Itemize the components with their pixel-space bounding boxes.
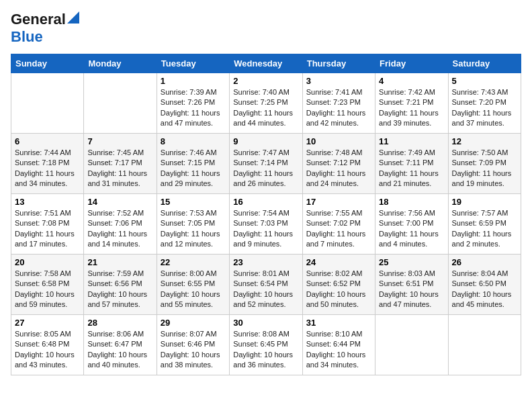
day-number: 28 xyxy=(87,318,152,328)
sunrise: Sunrise: 8:04 AM xyxy=(452,269,508,277)
weekday-header-wednesday: Wednesday xyxy=(230,54,302,73)
day-number: 5 xyxy=(452,76,517,86)
sunset: Sunset: 6:54 PM xyxy=(233,279,287,287)
calendar-cell: 19 Sunrise: 7:57 AM Sunset: 6:59 PM Dayl… xyxy=(448,194,521,255)
sunset: Sunset: 7:21 PM xyxy=(379,98,433,106)
daylight: Daylight: 11 hours and 39 minutes. xyxy=(379,109,439,127)
calendar-cell: 8 Sunrise: 7:46 AM Sunset: 7:15 PM Dayli… xyxy=(157,134,229,194)
daylight: Daylight: 10 hours and 43 minutes. xyxy=(15,351,75,369)
calendar-table: SundayMondayTuesdayWednesdayThursdayFrid… xyxy=(11,54,521,375)
day-number: 12 xyxy=(452,136,517,146)
sunrise: Sunrise: 8:05 AM xyxy=(15,330,71,338)
calendar-cell: 30 Sunrise: 8:08 AM Sunset: 6:45 PM Dayl… xyxy=(230,315,302,375)
day-detail: Sunrise: 7:48 AM Sunset: 7:12 PM Dayligh… xyxy=(306,148,371,189)
calendar-cell: 7 Sunrise: 7:45 AM Sunset: 7:17 PM Dayli… xyxy=(84,134,157,194)
daylight: Daylight: 10 hours and 59 minutes. xyxy=(15,290,75,308)
day-detail: Sunrise: 8:06 AM Sunset: 6:47 PM Dayligh… xyxy=(87,329,152,371)
sunrise: Sunrise: 7:55 AM xyxy=(306,209,363,217)
sunset: Sunset: 7:25 PM xyxy=(233,98,287,106)
day-number: 30 xyxy=(233,318,298,328)
day-number: 1 xyxy=(161,76,226,86)
calendar-cell: 12 Sunrise: 7:50 AM Sunset: 7:09 PM Dayl… xyxy=(448,134,521,194)
day-number: 3 xyxy=(306,76,371,86)
day-detail: Sunrise: 7:39 AM Sunset: 7:26 PM Dayligh… xyxy=(161,87,226,129)
calendar-cell xyxy=(84,73,157,134)
sunrise: Sunrise: 7:58 AM xyxy=(15,269,71,277)
sunset: Sunset: 6:55 PM xyxy=(161,279,215,287)
sunrise: Sunrise: 8:00 AM xyxy=(161,269,217,277)
day-number: 27 xyxy=(15,318,80,328)
day-detail: Sunrise: 7:50 AM Sunset: 7:09 PM Dayligh… xyxy=(452,148,517,189)
day-detail: Sunrise: 8:08 AM Sunset: 6:45 PM Dayligh… xyxy=(233,329,298,371)
daylight: Daylight: 10 hours and 50 minutes. xyxy=(306,290,366,308)
day-number: 21 xyxy=(87,257,152,267)
sunset: Sunset: 7:02 PM xyxy=(306,219,361,227)
daylight: Daylight: 10 hours and 55 minutes. xyxy=(161,290,220,308)
weekday-header-friday: Friday xyxy=(375,54,448,73)
calendar-cell: 25 Sunrise: 8:03 AM Sunset: 6:51 PM Dayl… xyxy=(375,255,448,315)
weekday-header-thursday: Thursday xyxy=(302,54,375,73)
weekday-header-monday: Monday xyxy=(84,54,157,73)
day-number: 22 xyxy=(161,257,226,267)
daylight: Daylight: 11 hours and 34 minutes. xyxy=(15,169,75,187)
sunrise: Sunrise: 7:57 AM xyxy=(452,209,508,217)
daylight: Daylight: 11 hours and 31 minutes. xyxy=(87,169,147,187)
weekday-header-tuesday: Tuesday xyxy=(157,54,229,73)
sunrise: Sunrise: 7:46 AM xyxy=(161,148,217,156)
sunset: Sunset: 6:52 PM xyxy=(306,279,361,287)
sunset: Sunset: 7:18 PM xyxy=(15,158,69,167)
daylight: Daylight: 10 hours and 38 minutes. xyxy=(161,351,220,369)
sunset: Sunset: 7:17 PM xyxy=(87,158,142,167)
sunrise: Sunrise: 8:06 AM xyxy=(87,330,144,338)
sunset: Sunset: 6:58 PM xyxy=(15,279,69,287)
calendar-cell: 4 Sunrise: 7:42 AM Sunset: 7:21 PM Dayli… xyxy=(375,73,448,134)
day-detail: Sunrise: 7:59 AM Sunset: 6:56 PM Dayligh… xyxy=(87,269,152,310)
daylight: Daylight: 11 hours and 44 minutes. xyxy=(233,109,293,127)
calendar-cell: 27 Sunrise: 8:05 AM Sunset: 6:48 PM Dayl… xyxy=(11,315,84,375)
sunrise: Sunrise: 8:08 AM xyxy=(233,330,290,338)
sunrise: Sunrise: 7:52 AM xyxy=(87,209,144,217)
sunset: Sunset: 7:15 PM xyxy=(161,158,215,167)
weekday-header-sunday: Sunday xyxy=(11,54,84,73)
sunset: Sunset: 7:12 PM xyxy=(306,158,361,167)
day-detail: Sunrise: 8:00 AM Sunset: 6:55 PM Dayligh… xyxy=(161,269,226,310)
day-detail: Sunrise: 7:51 AM Sunset: 7:08 PM Dayligh… xyxy=(15,208,80,250)
calendar-cell: 26 Sunrise: 8:04 AM Sunset: 6:50 PM Dayl… xyxy=(448,255,521,315)
daylight: Daylight: 11 hours and 47 minutes. xyxy=(161,109,220,127)
sunset: Sunset: 6:51 PM xyxy=(379,279,433,287)
sunset: Sunset: 6:45 PM xyxy=(233,340,287,348)
daylight: Daylight: 11 hours and 29 minutes. xyxy=(161,169,220,187)
daylight: Daylight: 11 hours and 21 minutes. xyxy=(379,169,439,187)
day-number: 15 xyxy=(161,197,226,207)
sunrise: Sunrise: 7:42 AM xyxy=(379,88,435,96)
day-detail: Sunrise: 8:05 AM Sunset: 6:48 PM Dayligh… xyxy=(15,329,80,371)
daylight: Daylight: 10 hours and 47 minutes. xyxy=(379,290,439,308)
sunset: Sunset: 7:09 PM xyxy=(452,158,506,167)
calendar-cell: 6 Sunrise: 7:44 AM Sunset: 7:18 PM Dayli… xyxy=(11,134,84,194)
calendar-cell: 5 Sunrise: 7:43 AM Sunset: 7:20 PM Dayli… xyxy=(448,73,521,134)
day-detail: Sunrise: 8:04 AM Sunset: 6:50 PM Dayligh… xyxy=(452,269,517,310)
daylight: Daylight: 10 hours and 45 minutes. xyxy=(452,290,512,308)
sunrise: Sunrise: 7:44 AM xyxy=(15,148,71,156)
calendar-cell xyxy=(11,73,84,134)
sunrise: Sunrise: 7:59 AM xyxy=(87,269,144,277)
day-detail: Sunrise: 8:03 AM Sunset: 6:51 PM Dayligh… xyxy=(379,269,444,310)
sunset: Sunset: 6:47 PM xyxy=(87,340,142,348)
logo-triangle-icon xyxy=(67,11,79,26)
sunset: Sunset: 7:14 PM xyxy=(233,158,287,167)
sunrise: Sunrise: 8:03 AM xyxy=(379,269,435,277)
calendar-cell: 15 Sunrise: 7:53 AM Sunset: 7:05 PM Dayl… xyxy=(157,194,229,255)
sunrise: Sunrise: 7:48 AM xyxy=(306,148,363,156)
calendar-cell: 3 Sunrise: 7:41 AM Sunset: 7:23 PM Dayli… xyxy=(302,73,375,134)
sunrise: Sunrise: 7:47 AM xyxy=(233,148,290,156)
calendar-cell: 29 Sunrise: 8:07 AM Sunset: 6:46 PM Dayl… xyxy=(157,315,229,375)
day-detail: Sunrise: 7:40 AM Sunset: 7:25 PM Dayligh… xyxy=(233,87,298,129)
sunrise: Sunrise: 7:49 AM xyxy=(379,148,435,156)
daylight: Daylight: 11 hours and 17 minutes. xyxy=(15,230,75,248)
daylight: Daylight: 10 hours and 34 minutes. xyxy=(306,351,366,369)
day-detail: Sunrise: 7:55 AM Sunset: 7:02 PM Dayligh… xyxy=(306,208,371,250)
daylight: Daylight: 11 hours and 2 minutes. xyxy=(452,230,512,248)
sunset: Sunset: 7:23 PM xyxy=(306,98,361,106)
sunset: Sunset: 7:26 PM xyxy=(161,98,215,106)
day-detail: Sunrise: 7:44 AM Sunset: 7:18 PM Dayligh… xyxy=(15,148,80,189)
